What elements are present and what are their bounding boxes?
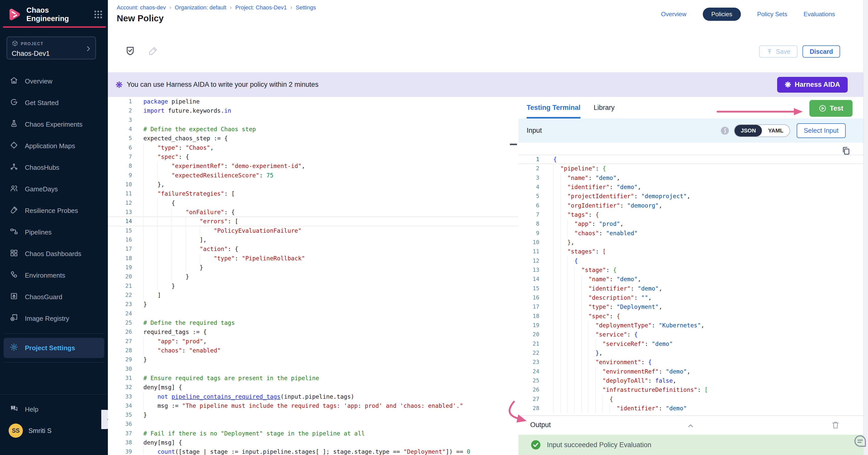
sidebar-item-chaosguard[interactable]: ChaosGuard <box>0 286 108 308</box>
line-number: 23 <box>519 358 539 367</box>
module-switcher-icon[interactable] <box>93 9 103 20</box>
save-label: Save <box>776 48 790 55</box>
line-number: 18 <box>519 312 539 321</box>
line-number: 19 <box>108 263 132 272</box>
sidebar-dock: ? Help SS Smriti S <box>0 394 108 455</box>
breadcrumb-link[interactable]: Project: Chaos-Dev1 <box>235 4 287 11</box>
sidebar-item-label: GameDays <box>25 185 58 193</box>
policy-shield-check-icon[interactable] <box>125 45 136 58</box>
tab-library[interactable]: Library <box>594 97 615 119</box>
sidebar-item-chaoshubs[interactable]: ChaosHubs <box>0 157 108 178</box>
line-number: 21 <box>519 339 539 349</box>
support-chat-icon[interactable] <box>853 434 867 448</box>
chaos-engineering-logo-icon <box>7 7 22 22</box>
breadcrumb-link[interactable]: Organization: default <box>175 4 226 11</box>
line-number: 29 <box>108 355 132 364</box>
sidebar-item-resilience-probes[interactable]: Resilience Probes <box>0 200 108 222</box>
breadcrumb-link[interactable]: Settings <box>296 4 316 11</box>
user-name: Smriti S <box>28 427 52 435</box>
harness-aida-button[interactable]: ❋ Harness AIDA <box>777 77 848 93</box>
line-number: 23 <box>108 300 132 309</box>
top-nav-evaluations[interactable]: Evaluations <box>804 11 835 18</box>
code-line: 21 "serviceRef": "demo" <box>519 339 863 349</box>
input-label: Input <box>527 127 720 134</box>
sidebar-item-label: Application Maps <box>25 142 75 150</box>
sidebar-item-label: Chaos Experiments <box>25 121 83 128</box>
sidebar-item-overview[interactable]: Overview <box>0 70 108 92</box>
breadcrumb-link[interactable]: Account: chaos-dev <box>117 4 166 11</box>
edit-pencil-icon[interactable] <box>148 45 159 58</box>
json-yaml-toggle[interactable]: JSONYAML <box>734 124 790 137</box>
line-number: 25 <box>519 376 539 385</box>
tab-testing-terminal[interactable]: Testing Terminal <box>527 97 581 119</box>
sidebar-item-image-registry[interactable]: Image Registry <box>0 308 108 329</box>
line-number: 36 <box>108 420 132 429</box>
project-selector[interactable]: PROJECT Chaos-Dev1 <box>7 37 96 59</box>
code-line: 1{ <box>519 155 863 164</box>
policy-code-editor[interactable]: 1package pipeline2import future.keywords… <box>108 97 519 455</box>
line-number: 5 <box>108 134 132 143</box>
test-button[interactable]: Test <box>809 100 852 117</box>
input-json-editor[interactable]: 1{2 "pipeline": {3 "name": "demo",4 "ide… <box>519 142 863 415</box>
select-input-button[interactable]: Select Input <box>797 123 846 138</box>
code-line: 6 "type": "Chaos", <box>108 143 519 152</box>
format-option-yaml[interactable]: YAML <box>762 125 789 136</box>
sidebar-item-help[interactable]: ? Help <box>0 399 108 420</box>
line-number: 32 <box>108 383 132 392</box>
output-label: Output <box>530 421 551 429</box>
prettify-icon[interactable] <box>720 126 730 136</box>
line-number: 14 <box>519 274 539 284</box>
line-number: 12 <box>519 256 539 265</box>
sidebar-item-label: Get Started <box>25 99 59 107</box>
code-line: 19 "deploymentType": "Kubernetes", <box>519 321 863 330</box>
format-option-json[interactable]: JSON <box>735 125 762 136</box>
sidebar-item-chaos-experiments[interactable]: Chaos Experiments <box>0 114 108 135</box>
collapse-output-icon[interactable] <box>686 421 695 430</box>
sidebar-item-chaos-dashboards[interactable]: Chaos Dashboards <box>0 243 108 265</box>
page-header: Account: chaos-dev›Organization: default… <box>108 0 868 35</box>
line-number: 27 <box>519 395 539 404</box>
line-number: 13 <box>108 207 132 217</box>
sidebar-item-label: Overview <box>25 77 52 85</box>
code-line: 30 <box>108 364 519 373</box>
line-number: 30 <box>108 364 132 373</box>
code-line: 10 }, <box>108 180 519 189</box>
sidebar-brand: Chaos Engineering <box>7 6 103 23</box>
code-line: 20 "service": { <box>519 330 863 339</box>
sidebar-item-get-started[interactable]: Get Started <box>0 92 108 114</box>
sidebar-item-environments[interactable]: Environments <box>0 265 108 286</box>
dashboard-icon <box>10 249 18 259</box>
terminal-tabs-row: Testing TerminalLibrary Test <box>519 97 863 119</box>
top-nav-policy-sets[interactable]: Policy Sets <box>757 11 787 18</box>
policy-top-nav: OverviewPoliciesPolicy SetsEvaluations <box>661 8 835 21</box>
discard-button[interactable]: Discard <box>803 45 840 58</box>
line-number: 38 <box>108 438 132 447</box>
top-nav-policies[interactable]: Policies <box>703 8 741 21</box>
top-nav-overview[interactable]: Overview <box>661 11 686 18</box>
clear-output-icon[interactable] <box>831 421 840 430</box>
code-line: 28 "identifier": "demo" <box>519 404 863 413</box>
code-line: 28 "chaos": "enabled" <box>108 346 519 355</box>
line-number: 34 <box>108 401 132 410</box>
home-icon <box>10 76 18 87</box>
line-number: 17 <box>108 245 132 254</box>
sidebar-item-gamedays[interactable]: GameDays <box>0 178 108 200</box>
save-button[interactable]: Save <box>759 45 798 58</box>
window-scrollbar-gutter[interactable] <box>863 0 868 455</box>
input-section-header: Input JSONYAML Select Input <box>519 119 863 142</box>
code-line: 37# Fail if there is no "Deployment" sta… <box>108 429 519 438</box>
line-number: 39 <box>108 447 132 455</box>
launch-icon <box>10 98 18 108</box>
copy-icon[interactable] <box>841 146 851 156</box>
line-number: 22 <box>108 291 132 300</box>
code-line: 14 "errors": [ <box>108 217 519 226</box>
line-number: 21 <box>108 282 132 291</box>
sidebar-item-pipelines[interactable]: Pipelines <box>0 222 108 243</box>
sidebar-item-project-settings[interactable]: Project Settings <box>4 338 104 358</box>
sidebar-item-application-maps[interactable]: Application Maps <box>0 135 108 157</box>
line-number: 11 <box>108 189 132 198</box>
line-number: 24 <box>519 367 539 376</box>
code-line: 18 "spec": { <box>519 312 863 321</box>
sidebar-item-label: ChaosGuard <box>25 293 62 301</box>
user-menu[interactable]: SS Smriti S <box>0 424 108 438</box>
